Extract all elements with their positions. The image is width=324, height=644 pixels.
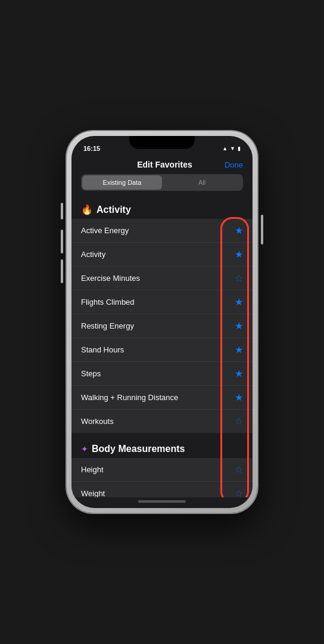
section-header-body: ✦ Body Measurements <box>71 438 253 458</box>
item-label: Flights Climbed <box>81 298 135 306</box>
body-measurements-list: Height ☆ Weight ☆ <box>71 458 253 497</box>
item-label: Height <box>81 465 104 474</box>
status-icons: ▲ ▼ ▮ <box>222 145 241 151</box>
list-item[interactable]: Walking + Running Distance ★ <box>71 386 253 410</box>
item-label: Workouts <box>81 417 114 426</box>
favorite-star-outline[interactable]: ☆ <box>235 416 243 427</box>
notch <box>129 136 195 149</box>
volume-down-button <box>61 259 63 283</box>
item-label: Stand Hours <box>81 345 124 354</box>
wifi-icon: ▼ <box>230 145 235 151</box>
scroll-content[interactable]: 🔥 Activity Active Energy ★ Activity ★ Ex… <box>71 198 253 497</box>
list-item[interactable]: Weight ☆ <box>71 482 253 497</box>
favorite-star[interactable]: ★ <box>235 296 243 308</box>
item-label: Resting Energy <box>81 321 134 330</box>
section-header-activity: 🔥 Activity <box>71 198 253 219</box>
favorite-star[interactable]: ★ <box>235 320 243 332</box>
list-item[interactable]: Steps ★ <box>71 362 253 386</box>
favorite-star[interactable]: ★ <box>235 225 243 236</box>
list-item[interactable]: Resting Energy ★ <box>71 314 253 338</box>
list-item[interactable]: Active Energy ★ <box>71 219 253 243</box>
favorite-star[interactable]: ★ <box>235 368 243 379</box>
item-label: Exercise Minutes <box>81 274 140 283</box>
list-item[interactable]: Activity ★ <box>71 243 253 267</box>
signal-icon: ▲ <box>222 145 228 151</box>
section-title-activity: Activity <box>96 205 131 215</box>
page-title: Edit Favorites <box>105 160 225 169</box>
favorite-star-outline[interactable]: ☆ <box>235 464 243 475</box>
body-icon: ✦ <box>81 444 88 454</box>
favorite-star[interactable]: ★ <box>235 344 243 355</box>
favorite-star-outline[interactable]: ☆ <box>235 273 243 284</box>
segment-existing-data[interactable]: Existing Data <box>82 175 162 190</box>
section-title-body: Body Measurements <box>92 444 185 454</box>
status-time: 16:15 <box>83 145 100 152</box>
activity-list: Active Energy ★ Activity ★ Exercise Minu… <box>71 219 253 433</box>
volume-up-button <box>61 230 63 253</box>
item-label: Steps <box>81 369 101 378</box>
power-button <box>261 215 263 244</box>
activity-icon: 🔥 <box>81 204 93 215</box>
battery-icon: ▮ <box>238 145 241 151</box>
list-item[interactable]: Exercise Minutes ☆ <box>71 267 253 290</box>
phone-frame: 16:15 ▲ ▼ ▮ Edit Favorites Done Existing… <box>67 131 257 513</box>
list-item[interactable]: Flights Climbed ★ <box>71 290 253 314</box>
home-indicator <box>71 497 253 508</box>
favorite-star[interactable]: ★ <box>235 392 243 403</box>
phone-screen: 16:15 ▲ ▼ ▮ Edit Favorites Done Existing… <box>71 136 253 508</box>
item-label: Weight <box>81 489 105 497</box>
item-label: Active Energy <box>81 226 129 235</box>
list-item[interactable]: Workouts ☆ <box>71 410 253 433</box>
home-bar <box>138 500 186 503</box>
done-button[interactable]: Done <box>225 160 243 169</box>
item-label: Activity <box>81 250 105 259</box>
list-item[interactable]: Height ☆ <box>71 458 253 482</box>
favorite-star-outline[interactable]: ☆ <box>235 488 243 497</box>
silent-switch <box>61 203 63 219</box>
item-label: Walking + Running Distance <box>81 393 178 402</box>
navigation-bar: Edit Favorites Done <box>71 157 253 174</box>
list-item[interactable]: Stand Hours ★ <box>71 338 253 362</box>
segment-all[interactable]: All <box>162 175 242 190</box>
favorite-star[interactable]: ★ <box>235 249 243 260</box>
segmented-control: Existing Data All <box>81 174 243 191</box>
